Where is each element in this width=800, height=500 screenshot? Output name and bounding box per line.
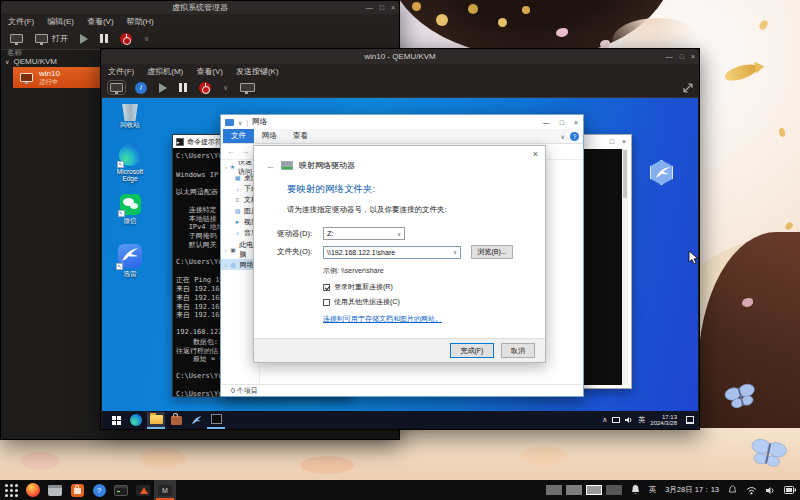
close-icon[interactable]: × (533, 149, 538, 159)
desktop-icon-recycle-bin[interactable]: 回收站 (110, 102, 150, 128)
minimize-icon[interactable]: — (366, 4, 373, 11)
drive-select[interactable]: Z: ∨ (323, 227, 405, 240)
new-vm-icon[interactable] (10, 34, 23, 43)
notification-bell-icon[interactable] (631, 485, 640, 495)
terminal-icon[interactable] (110, 480, 132, 500)
shutdown-icon[interactable] (120, 33, 132, 45)
menu-view[interactable]: 查看(V) (87, 16, 114, 27)
credentials-checkbox[interactable] (323, 299, 330, 306)
run-icon[interactable] (159, 83, 167, 93)
scrollbar-thumb[interactable] (623, 150, 627, 198)
desktop-icon-edge[interactable]: ↖ Microsoft Edge (110, 144, 150, 182)
open-button[interactable]: 打开 (35, 33, 68, 44)
menu-view[interactable]: 查看(V) (196, 66, 223, 77)
pause-icon[interactable] (100, 34, 108, 43)
finish-button[interactable]: 完成(F) (450, 343, 494, 358)
battery-icon[interactable] (784, 486, 796, 494)
alarm-icon[interactable] (728, 485, 737, 495)
volume-icon[interactable] (766, 486, 775, 495)
art-blob (140, 448, 186, 468)
forward-icon[interactable]: → (241, 147, 249, 156)
reconnect-checkbox[interactable] (323, 284, 330, 291)
close-icon[interactable]: × (691, 53, 695, 60)
tab-network[interactable]: 网络 (254, 129, 285, 143)
workspace-4[interactable] (606, 485, 622, 495)
desktop-icon-thunder[interactable]: ↖ 迅雷 (110, 244, 150, 277)
tray-input-method[interactable]: 英 (638, 415, 645, 425)
tray-display-icon[interactable] (612, 417, 620, 423)
tab-view[interactable]: 查看 (285, 129, 316, 143)
pause-icon[interactable] (179, 83, 187, 92)
win10-desktop: 回收站 ↖ Microsoft Edge ↖ 微信 ↖ (102, 98, 698, 411)
action-center-icon[interactable] (686, 416, 694, 424)
firefox-icon[interactable] (22, 480, 44, 500)
display-config-icon[interactable] (240, 83, 255, 92)
taskbar-cmd-icon[interactable] (207, 412, 225, 429)
taskbar-edge-icon[interactable] (127, 412, 145, 429)
console-icon[interactable] (110, 83, 123, 92)
menu-file[interactable]: 文件(F) (108, 66, 134, 77)
taskbar-thunder-icon[interactable] (187, 412, 205, 429)
info-icon[interactable]: i (135, 82, 147, 94)
collapse-arrow-icon[interactable]: ∨ (5, 58, 9, 65)
app-launcher-icon[interactable] (0, 480, 22, 500)
menu-vm[interactable]: 虚拟机(M) (147, 66, 183, 77)
minimize-icon[interactable]: — (666, 53, 673, 60)
back-icon[interactable]: ← (227, 147, 235, 156)
close-icon[interactable]: × (622, 138, 626, 145)
folder-combobox[interactable]: \\192.168.122.1\share ∨ (323, 246, 461, 259)
ribbon-expand-icon[interactable]: ∨ (561, 133, 565, 140)
menu-help[interactable]: 帮助(H) (127, 16, 154, 27)
explorer-titlebar[interactable]: ∨ | 网络 — □ × (221, 115, 583, 129)
workspace-1[interactable] (546, 485, 562, 495)
quick-access-toolbar-icon[interactable]: ∨ (238, 119, 242, 126)
run-icon[interactable] (80, 34, 88, 44)
back-icon[interactable]: ← (266, 161, 275, 171)
vm-manager-toolbar: 打开 ∨ (1, 28, 399, 50)
chevron-down-icon[interactable]: ∨ (144, 35, 149, 43)
expand-arrow-icon[interactable]: › (225, 247, 227, 253)
menu-file[interactable]: 文件(F) (8, 16, 34, 27)
host-input-method[interactable]: 英 (649, 485, 657, 495)
tray-clock[interactable]: 17:13 2024/3/28 (650, 414, 677, 427)
browse-button[interactable]: 浏览(B)... (471, 245, 513, 259)
connection-row-qemu-kvm[interactable]: ∨ QEMU/KVM (5, 57, 57, 66)
workspace-2[interactable] (566, 485, 582, 495)
active-app-icon[interactable]: M (154, 480, 176, 500)
start-button[interactable] (107, 412, 125, 429)
chevron-down-icon[interactable]: ∨ (223, 84, 228, 92)
tray-volume-icon[interactable] (625, 416, 633, 424)
taskbar-store-icon[interactable] (167, 412, 185, 429)
maximize-icon[interactable]: □ (560, 119, 564, 126)
qemu-titlebar[interactable]: win10 - QEMU/KVM — □ × (101, 49, 699, 64)
shutdown-icon[interactable] (199, 82, 211, 94)
fullscreen-icon[interactable] (683, 83, 693, 93)
tab-file[interactable]: 文件 (223, 129, 254, 143)
tray-expand-icon[interactable]: ∧ (602, 416, 607, 424)
expand-arrow-icon[interactable]: › (225, 262, 227, 268)
minimize-icon[interactable]: — (543, 119, 550, 126)
host-clock[interactable]: 3月28日 17：13 (665, 485, 719, 495)
menu-sendkeys[interactable]: 发送按键(K) (236, 66, 279, 77)
close-icon[interactable]: × (391, 4, 395, 11)
web-site-link[interactable]: 连接到可用于存储文档和图片的网站。 (323, 314, 545, 324)
cancel-button[interactable]: 取消 (501, 343, 535, 358)
vm-manager-titlebar[interactable]: 虚拟系统管理器 — □ × (1, 1, 399, 14)
taskbar-explorer-icon[interactable] (147, 412, 165, 429)
maximize-icon[interactable]: □ (680, 53, 684, 60)
file-manager-icon[interactable] (44, 480, 66, 500)
maximize-icon[interactable]: □ (610, 138, 614, 145)
help-icon[interactable]: ? (88, 480, 110, 500)
scrollbar[interactable] (622, 149, 628, 385)
expand-arrow-icon[interactable]: › (225, 164, 227, 170)
desktop-icon-wechat[interactable]: ↖ 微信 (110, 194, 150, 224)
wifi-icon[interactable] (746, 486, 757, 495)
workspace-3-active[interactable] (586, 485, 602, 495)
virt-manager-icon[interactable] (132, 480, 154, 500)
close-icon[interactable]: × (574, 119, 578, 126)
menu-edit[interactable]: 编辑(E) (47, 16, 74, 27)
software-center-icon[interactable] (66, 480, 88, 500)
thunder-float-icon[interactable] (650, 160, 673, 185)
help-icon[interactable]: ? (570, 132, 579, 141)
maximize-icon[interactable]: □ (380, 4, 384, 11)
